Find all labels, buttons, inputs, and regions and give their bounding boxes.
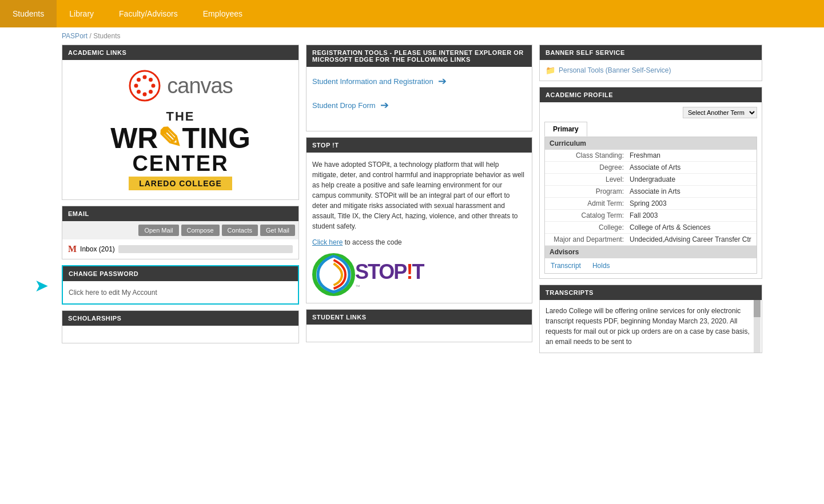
profile-footer: Transcript Holds [545,258,757,273]
student-links-body [306,325,532,342]
change-password-wrapper: ➤ CHANGE PASSWORD Click here to edit My … [62,265,299,305]
email-toolbar: Open Mail Compose Contacts Get Mail [62,221,298,239]
stopit-logo: STOP!T ™ [312,253,526,296]
admit-term-value: Spring 2003 [630,199,667,207]
contacts-button[interactable]: Contacts [222,225,258,236]
registration-tools-card: REGISTRATION TOOLS - PLEASE USE INTERNET… [306,45,532,131]
folder-icon: 📁 [546,66,555,75]
top-nav: Students Library Faculty/Advisors Employ… [0,0,824,27]
college-value: College of Arts & Sciences [630,223,710,231]
transcripts-scrollbar[interactable] [754,300,761,353]
nav-library[interactable]: Library [57,0,106,27]
left-column: ACADEMIC LINKS canvas [62,45,299,353]
breadcrumb-current: Students [93,32,120,40]
svg-point-2 [143,93,147,97]
registration-tools-header: REGISTRATION TOOLS - PLEASE USE INTERNET… [306,45,532,67]
scholarships-header: SCHOLARSHIPS [62,311,298,326]
catalog-term-value: Fall 2003 [630,211,658,219]
nav-employees[interactable]: Employees [190,0,255,27]
nav-students[interactable]: Students [0,0,57,27]
profile-row-catalog-term: Catalog Term: Fall 2003 [545,210,757,222]
svg-point-3 [134,84,138,88]
scholarships-body [62,326,298,343]
student-info-link[interactable]: Student Information and Registration ➔ [312,75,526,87]
change-password-card: CHANGE PASSWORD Click here to edit My Ac… [62,265,299,305]
stopit-header: STOP !T [306,138,532,153]
student-drop-link[interactable]: Student Drop Form ➔ [312,99,526,111]
curriculum-section-label: Curriculum [545,137,757,150]
student-info-link-text: Student Information and Registration [312,77,433,86]
inbox-label: Inbox (201) [80,245,115,253]
writing-center-logo[interactable]: THE WR✎TING CENTER LAREDO COLLEGE [106,109,255,190]
catalog-term-label: Catalog Term: [550,211,630,219]
profile-row-degree: Degree: Associate of Arts [545,162,757,174]
program-label: Program: [550,187,630,195]
registration-tools-body: Student Information and Registration ➔ S… [306,67,532,131]
banner-self-service-card: BANNER SELF SERVICE 📁 Personal Tools (Ba… [539,45,762,81]
major-value: Undecided,Advising Career Transfer Ctr [630,235,751,243]
breadcrumb-home[interactable]: PASPort [62,32,87,40]
profile-row-admit-term: Admit Term: Spring 2003 [545,198,757,210]
external-link-icon-2: ➔ [380,99,389,111]
stopit-body: We have adopted STOPit, a technology pla… [306,153,532,303]
banner-self-service-header: BANNER SELF SERVICE [540,45,762,60]
academic-profile-card: ACADEMIC PROFILE Select Another Term Pri… [539,87,762,279]
student-drop-link-text: Student Drop Form [312,101,376,110]
stopit-link-suffix: to access the code [345,238,402,246]
stopit-exclamation: ! [406,260,412,283]
svg-point-1 [143,75,147,79]
program-value: Associate in Arts [630,187,680,195]
email-card: EMAIL Open Mail Compose Contacts Get Mai… [62,206,299,259]
academic-profile-body: Select Another Term Primary Curriculum C… [540,102,762,278]
canvas-logo[interactable]: canvas [128,69,232,102]
stopit-click-here-link[interactable]: Click here [312,238,343,246]
stopit-brand-label: STOP!T [355,260,423,284]
banner-self-service-body: 📁 Personal Tools (Banner Self-Service) [540,60,762,81]
wc-writing: WR✎TING [110,124,250,153]
transcript-link[interactable]: Transcript [551,262,581,270]
nav-faculty-advisors[interactable]: Faculty/Advisors [106,0,190,27]
profile-row-level: Level: Undergraduate [545,174,757,186]
degree-label: Degree: [550,163,630,171]
svg-point-7 [137,90,141,94]
canvas-brand-text: canvas [167,74,232,98]
term-select[interactable]: Select Another Term [683,107,757,118]
transcripts-text: Laredo College will be offering online s… [546,306,756,347]
advisors-section-label: Advisors [545,246,757,258]
canvas-logo-icon [128,69,161,102]
middle-column: REGISTRATION TOOLS - PLEASE USE INTERNET… [306,45,532,353]
open-mail-button[interactable]: Open Mail [138,225,178,236]
stopit-description: We have adopted STOPit, a technology pla… [312,159,526,231]
transcripts-scrollbar-thumb[interactable] [754,300,761,317]
stopit-card: STOP !T We have adopted STOPit, a techno… [306,137,532,303]
external-link-icon-1: ➔ [438,75,447,87]
holds-link[interactable]: Holds [592,262,610,270]
change-password-body: Click here to edit My Account [63,281,298,303]
level-value: Undergraduate [630,175,675,183]
compose-button[interactable]: Compose [181,225,220,236]
personal-tools-link[interactable]: 📁 Personal Tools (Banner Self-Service) [546,66,756,75]
admit-term-label: Admit Term: [550,199,630,207]
degree-value: Associate of Arts [630,163,680,171]
academic-links-header: ACADEMIC LINKS [62,45,298,60]
email-inbox-row: M Inbox (201) [62,239,298,259]
student-links-card: STUDENT LINKS [306,309,532,342]
tab-primary[interactable]: Primary [544,122,587,137]
change-password-header: CHANGE PASSWORD [63,266,298,281]
get-mail-button[interactable]: Get Mail [260,225,295,236]
profile-tabs: Primary [544,122,757,137]
academic-links-body: canvas THE WR✎TING CENTER LAREDO COLLEGE [62,60,298,199]
wc-laredo: LAREDO COLLEGE [129,177,232,190]
profile-row-program: Program: Associate in Arts [545,186,757,198]
major-label: Major and Department: [550,235,630,243]
level-label: Level: [550,175,630,183]
stopit-brand-text: STOP!T ™ [355,260,423,290]
transcripts-content-wrapper: Laredo College will be offering online s… [540,300,762,353]
profile-row-college: College: College of Arts & Sciences [545,222,757,234]
transcripts-card: TRANSCRIPTS Laredo College will be offer… [539,285,762,353]
gmail-icon: M [68,244,77,254]
transcripts-body: Laredo College will be offering online s… [540,300,762,353]
arrow-indicator: ➤ [34,275,49,295]
email-header: EMAIL [62,206,298,221]
change-password-link[interactable]: Click here to edit My Account [69,289,157,297]
